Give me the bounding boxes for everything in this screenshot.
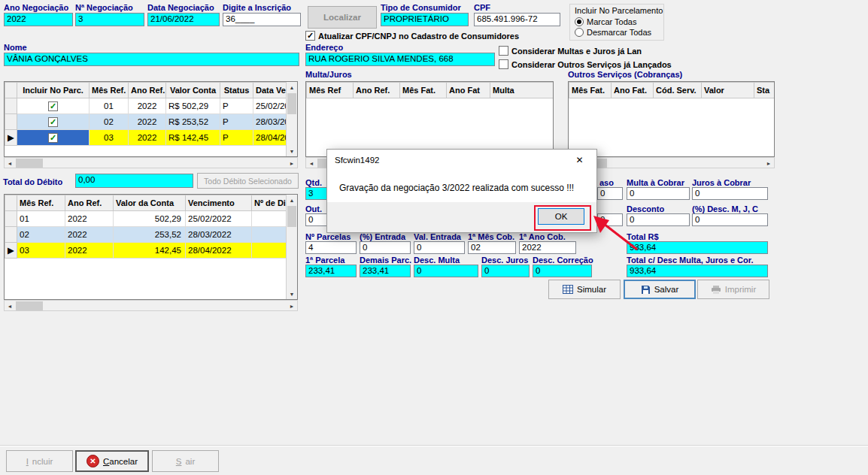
entrada-pct-field[interactable]: 0 [360, 241, 411, 254]
scrollbar-thumb[interactable] [287, 93, 296, 114]
scroll-up-icon[interactable]: ▲ [287, 195, 297, 205]
cancelar-button[interactable]: ✕ Cancelar [75, 450, 149, 472]
dialog-titlebar[interactable]: Sfcwin1492 ✕ [327, 150, 596, 171]
todo-debito-button[interactable]: Todo Débito Selecionado [197, 173, 299, 189]
considerar-multas-checkbox[interactable]: Considerar Multas e Juros já Lan [499, 46, 642, 56]
radio-desmarcar-todas[interactable]: Desmarcar Todas [575, 28, 659, 37]
nome-label: Nome [4, 43, 27, 52]
table-row[interactable]: ✓ 02 2022 R$ 253,52 P 28/03/2022 [5, 114, 287, 130]
ano-cob-field[interactable]: 2022 [519, 241, 576, 254]
val-entrada-field[interactable]: 0 [414, 241, 465, 254]
scroll-right-icon[interactable]: ► [287, 301, 297, 311]
total-desc-field[interactable]: 933,64 [627, 265, 768, 277]
incluir-button[interactable]: Incluir [6, 450, 73, 472]
considerar-outros-checkbox[interactable]: Considerar Outros Serviços já Lançados [499, 59, 672, 69]
row-checkbox[interactable]: ✓ [48, 117, 58, 127]
annotation-highlight-box [534, 205, 591, 231]
checkbox-unchecked-icon [499, 59, 508, 69]
desc-mjc-field[interactable]: 0 [692, 213, 768, 226]
total-debito-field[interactable]: 0,00 [75, 174, 193, 188]
dialog-message: Gravação da negociação 3/2022 realizada … [339, 183, 574, 193]
radio-marcar-todas[interactable]: Marcar Todas [575, 17, 659, 26]
dias-atraso-field[interactable]: 0 [597, 187, 623, 200]
out-label: Out. [305, 204, 322, 213]
outros-servicos-title: Outros Serviços (Cobranças) [568, 70, 682, 79]
horizontal-scrollbar[interactable]: ◄ ► [4, 300, 298, 311]
table-row-selected[interactable]: ▶ 03 2022 142,45 28/04/2022 [5, 243, 287, 259]
juros-cobrar-field[interactable]: 0 [692, 187, 768, 200]
endereco-field[interactable]: RUA ROGERIO SILVA MENDES, 668 [305, 53, 495, 66]
total-debito-label: Total do Débito [3, 177, 62, 186]
scroll-left-icon[interactable]: ◄ [5, 301, 15, 311]
nome-field[interactable]: VÂNIA GONÇALVES [4, 53, 299, 66]
desc-juros-field[interactable]: 0 [481, 265, 530, 277]
scroll-right-icon[interactable]: ► [763, 158, 774, 168]
demais-parc-field[interactable]: 233,41 [360, 265, 411, 277]
salvar-button[interactable]: Salvar [624, 280, 696, 299]
inscricao-field[interactable]: 36____ [223, 13, 301, 26]
footer-separator [0, 445, 868, 446]
localizar-button[interactable]: Localizar [308, 6, 377, 29]
sair-button[interactable]: Sair [152, 450, 219, 472]
table-row[interactable]: 01 2022 502,29 25/02/2022 [5, 211, 287, 227]
table-row[interactable]: ✓ 01 2022 R$ 502,29 P 25/02/2022 [5, 98, 287, 114]
incluir-parcelamento-group: Incluir No Parcelamento Marcar Todas Des… [569, 4, 664, 41]
simular-button[interactable]: Simular [548, 280, 621, 299]
vertical-scrollbar[interactable]: ▲ ▼ [286, 82, 297, 156]
scroll-left-icon[interactable]: ◄ [5, 158, 15, 168]
scrollbar-thumb[interactable] [287, 206, 296, 227]
horizontal-scrollbar[interactable]: ◄ ► [568, 157, 775, 168]
annotation-arrow [586, 212, 658, 257]
imprimir-button[interactable]: Imprimir [697, 280, 769, 299]
multa-juros-title: Multa/Juros [305, 70, 352, 79]
entrada-pct-label: (%) Entrada [360, 232, 405, 241]
debitos-header-row: Incluir No Parc. Mês Ref. Ano Ref. Valor… [5, 83, 287, 98]
scrollbar-thumb[interactable] [16, 301, 43, 310]
desc-multa-label: Desc. Multa [414, 256, 460, 265]
scroll-up-icon[interactable]: ▲ [287, 82, 297, 92]
ano-negociacao-field[interactable]: 2022 [4, 13, 73, 26]
scroll-right-icon[interactable]: ► [287, 158, 297, 168]
table-row-selected[interactable]: ▶ ✓ 03 2022 R$ 142,45 P 28/04/2022 [5, 130, 287, 146]
desc-correcao-field[interactable]: 0 [533, 265, 592, 277]
vertical-scrollbar[interactable]: ▲ ▼ [286, 195, 297, 299]
scroll-down-icon[interactable]: ▼ [287, 289, 297, 299]
mes-cob-field[interactable]: 02 [468, 241, 516, 254]
debitos-grid: Incluir No Parc. Mês Ref. Ano Ref. Valor… [4, 81, 298, 157]
scroll-down-icon[interactable]: ▼ [287, 146, 297, 156]
radio-unselected-icon [575, 28, 584, 37]
negotiation-window: Ano Negociação 2022 Nª Negociação 3 Data… [0, 0, 868, 475]
n-parcelas-label: Nº Parcelas [305, 232, 351, 241]
parcelas-grid: Mês Ref. Ano Ref. Valor da Conta Vencime… [4, 194, 298, 300]
scrollbar-thumb[interactable] [16, 159, 43, 168]
desc-multa-field[interactable]: 0 [414, 265, 478, 277]
close-icon[interactable]: ✕ [563, 150, 596, 171]
outros-servicos-grid: Mês Fat. Ano Fat. Cód. Serv. Valor Sta [568, 81, 775, 157]
multa-juros-grid: Mês Ref Ano Ref. Mês Fat. Ano Fat Multa [305, 81, 554, 157]
tipo-consumidor-field[interactable]: PROPRIETÁRIO [381, 13, 469, 26]
n-parcelas-field[interactable]: 4 [305, 241, 357, 254]
data-negociacao-field[interactable]: 21/06/2022 [147, 13, 220, 26]
desc-juros-label: Desc. Juros [481, 256, 528, 265]
cpf-field[interactable]: 685.491.996-72 [474, 13, 560, 26]
table-row[interactable]: 02 2022 253,52 28/03/2022 [5, 227, 287, 243]
primeira-parcela-field[interactable]: 233,41 [305, 265, 357, 277]
ano-cob-label: 1ª Ano Cob. [519, 232, 566, 241]
demais-parc-label: Demais Parc. [360, 256, 411, 265]
checkbox-checked-icon: ✓ [305, 31, 315, 41]
atualizar-cpf-checkbox[interactable]: ✓ Atualizar CPF/CNPJ no Cadastro de Cons… [305, 31, 519, 41]
val-entrada-label: Val. Entrada [414, 232, 461, 241]
juros-cobrar-label: Juros à Cobrar [692, 178, 751, 187]
multa-juros-header-row: Mês Ref Ano Ref. Mês Fat. Ano Fat Multa [307, 83, 554, 98]
row-indicator-icon: ▶ [5, 130, 17, 146]
calculator-grid-icon [563, 285, 573, 294]
row-checkbox[interactable]: ✓ [48, 101, 58, 111]
num-negociacao-field[interactable]: 3 [75, 13, 144, 26]
scroll-left-icon[interactable]: ◄ [306, 158, 317, 168]
multa-cobrar-label: Multa à Cobrar [627, 178, 684, 187]
row-indicator-icon: ▶ [5, 243, 17, 259]
multa-cobrar-field[interactable]: 0 [627, 187, 690, 200]
row-checkbox[interactable]: ✓ [48, 133, 58, 143]
incluir-parcelamento-title: Incluir No Parcelamento [575, 6, 659, 15]
horizontal-scrollbar[interactable]: ◄ ► [4, 157, 298, 168]
